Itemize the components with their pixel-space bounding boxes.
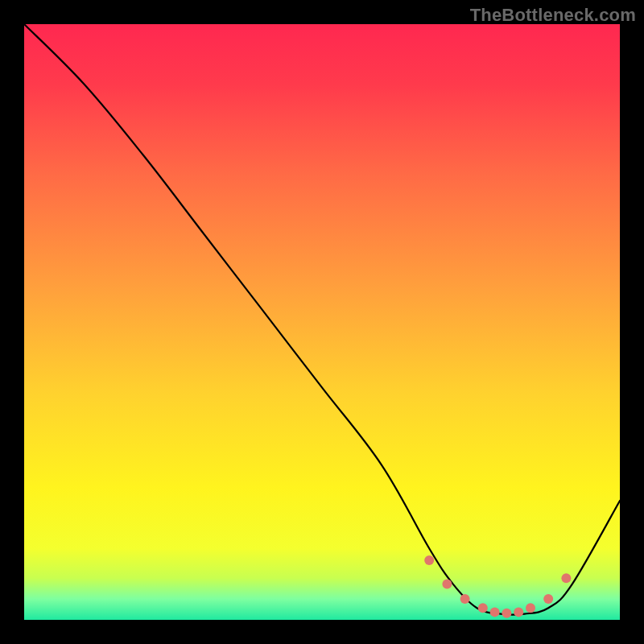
optimal-point: [460, 594, 470, 604]
optimal-point: [478, 603, 488, 613]
optimal-point: [514, 607, 523, 617]
optimal-point: [502, 609, 511, 618]
optimal-point: [543, 594, 553, 604]
watermark-label: TheBottleneck.com: [470, 5, 636, 26]
optimal-point: [561, 573, 571, 583]
plot-background: [24, 24, 620, 620]
bottleneck-chart: [24, 24, 620, 620]
optimal-point: [490, 607, 500, 617]
optimal-point: [424, 555, 434, 565]
optimal-point: [442, 580, 452, 589]
optimal-point: [526, 603, 535, 613]
